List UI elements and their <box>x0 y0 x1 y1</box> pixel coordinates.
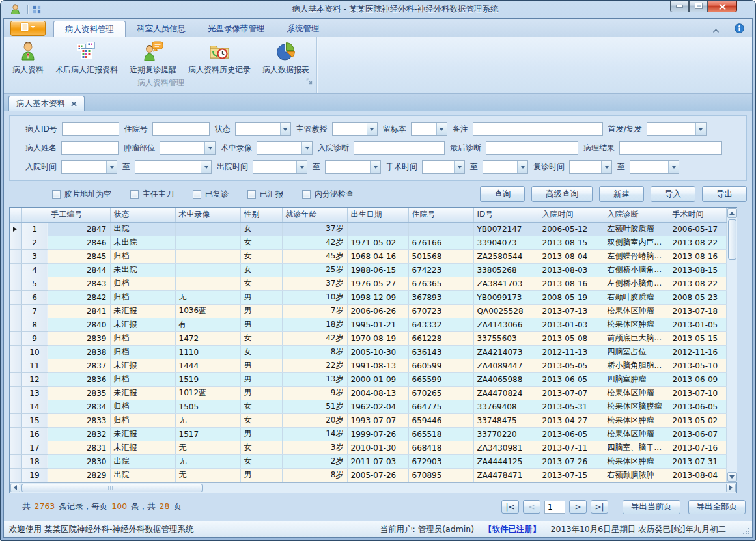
cell[interactable]: 2008-05-19 <box>539 290 604 304</box>
cell[interactable]: 2013-01-03 <box>539 318 604 331</box>
cell[interactable]: 2013-07-10 <box>669 386 726 400</box>
cell[interactable]: 2013-08-22 <box>669 277 726 290</box>
table-row[interactable]: 92839归档1472女42岁1970-08-19661228337556032… <box>10 331 726 345</box>
cell[interactable]: 1993-07-07 <box>347 413 408 427</box>
cell[interactable]: 661228 <box>408 331 473 345</box>
cell[interactable]: 1970-08-19 <box>347 331 408 345</box>
ribbon-button-postop-report[interactable]: 术后病人汇报资料 <box>49 37 124 76</box>
cell[interactable]: 2832 <box>48 427 110 441</box>
cell[interactable]: 37岁 <box>282 222 347 236</box>
cell[interactable]: 8岁 <box>282 345 347 359</box>
cell[interactable]: 14岁 <box>282 427 347 441</box>
cell[interactable]: 2013-06-05 <box>539 427 604 441</box>
cell[interactable]: 2844 <box>48 263 110 277</box>
cell[interactable]: 1472 <box>175 331 240 345</box>
cell[interactable] <box>175 249 240 263</box>
cell[interactable]: 女 <box>240 331 282 345</box>
cell[interactable]: 2837 <box>48 359 110 372</box>
cell[interactable]: 2008-05-23 <box>669 290 726 304</box>
cell[interactable]: ZA4478471 <box>473 468 539 482</box>
cell[interactable]: 女 <box>240 454 282 468</box>
field-revisit-from[interactable] <box>569 160 612 174</box>
cell[interactable]: 2004-08-13 <box>347 386 408 400</box>
cell[interactable]: 未汇报 <box>110 318 175 331</box>
export-current-page-button[interactable]: 导出当前页 <box>623 500 680 514</box>
cell[interactable]: 2013-08-15 <box>669 263 726 277</box>
ribbon-button-history-record[interactable]: 病人资料历史记录 <box>182 37 257 76</box>
cell[interactable]: 2830 <box>48 454 110 468</box>
cell[interactable]: 女 <box>240 236 282 249</box>
cell[interactable] <box>175 222 240 236</box>
cell[interactable]: ZA4444125 <box>473 454 539 468</box>
dialog-launcher-icon[interactable] <box>306 78 313 85</box>
field-tumor-site[interactable] <box>160 141 216 155</box>
table-row[interactable]: 132835未汇报1012蓝男9岁2004-08-13670265ZA44708… <box>10 386 726 400</box>
horizontal-scroll-thumb[interactable] <box>21 484 203 492</box>
field-admit-to[interactable] <box>135 160 212 174</box>
cell[interactable]: 四脑室、脑干... <box>604 441 669 454</box>
cell[interactable]: 2831 <box>48 441 110 454</box>
dropdown-arrow-icon[interactable] <box>106 161 117 173</box>
checkbox-chief-surgeon[interactable]: 主任主刀 <box>130 189 174 200</box>
cell[interactable]: 2835 <box>48 386 110 400</box>
cell[interactable]: 松果体区肿瘤 <box>604 386 669 400</box>
cell[interactable]: 2013-04-27 <box>539 413 604 427</box>
dropdown-arrow-icon[interactable] <box>201 161 211 173</box>
column-header[interactable]: 入院诊断 <box>604 208 669 222</box>
field-surgery-from[interactable] <box>422 160 465 174</box>
info-icon[interactable] <box>735 23 744 36</box>
cell[interactable]: 10岁 <box>282 290 347 304</box>
cell[interactable]: ZA3841703 <box>473 277 539 290</box>
cell[interactable]: 2841 <box>48 304 110 318</box>
column-header[interactable]: 就诊年龄 <box>282 208 347 222</box>
table-row[interactable]: 82840未汇报有男18岁1995-01-21643332ZA414306620… <box>10 318 726 331</box>
cell[interactable]: 13岁 <box>282 372 347 386</box>
cell[interactable]: 未出院 <box>110 236 175 249</box>
cell[interactable]: 2013-05-02 <box>669 413 726 427</box>
cell[interactable]: QA0025528 <box>473 304 539 318</box>
table-row[interactable]: 182830出院无女2岁2011-07-03672903ZA4444125201… <box>10 454 726 468</box>
cell[interactable]: 2013-06-09 <box>669 372 726 386</box>
cell[interactable]: 女 <box>240 400 282 413</box>
cell[interactable]: ZA4143066 <box>473 318 539 331</box>
field-intraop-video[interactable] <box>257 141 313 155</box>
table-row[interactable]: 112837未汇报1444男22岁1991-08-13660599ZA40894… <box>10 359 726 372</box>
cell[interactable]: 男 <box>240 372 282 386</box>
cell[interactable]: 2013-07-11 <box>539 441 604 454</box>
cell[interactable]: 1995-01-21 <box>347 318 408 331</box>
cell[interactable]: 1036蓝 <box>175 304 240 318</box>
cell[interactable]: 2013-08-22 <box>669 236 726 249</box>
cell[interactable]: 2013-07-13 <box>539 304 604 318</box>
cell[interactable]: 男 <box>240 290 282 304</box>
field-admit-from[interactable] <box>61 160 117 174</box>
cell[interactable]: 2013-05-15 <box>669 331 726 345</box>
cell[interactable] <box>175 263 240 277</box>
cell[interactable]: 37岁 <box>282 277 347 290</box>
cell[interactable]: 未汇报 <box>110 441 175 454</box>
cell[interactable]: 2846 <box>48 236 110 249</box>
export-all-pages-button[interactable]: 导出全部页 <box>688 500 746 514</box>
cell[interactable]: 无 <box>175 454 240 468</box>
column-header[interactable]: 出生日期 <box>347 208 408 222</box>
table-row[interactable]: 152833归档无女20岁1993-07-0765944633748475201… <box>10 413 726 427</box>
cell[interactable]: 2829 <box>48 468 110 482</box>
cell[interactable]: 2013-07-15 <box>539 468 604 482</box>
cell[interactable]: 女 <box>240 263 282 277</box>
cell[interactable]: 670895 <box>408 468 473 482</box>
cell[interactable]: 女 <box>240 249 282 263</box>
field-patient-name[interactable] <box>61 141 119 155</box>
cell[interactable]: 2013-07-07 <box>539 386 604 400</box>
cell[interactable]: 2012-11-13 <box>539 345 604 359</box>
cell[interactable]: 3岁 <box>282 441 347 454</box>
tab-patient-basic-info[interactable]: 病人基本资料 <box>8 96 85 111</box>
cell[interactable]: 42岁 <box>282 236 347 249</box>
table-row[interactable]: 22846未出院女42岁1971-05-02676166339040732013… <box>10 236 726 249</box>
ribbon-tab[interactable]: 科室人员信息 <box>126 21 197 37</box>
cell[interactable]: YB0099173 <box>473 290 539 304</box>
cell[interactable]: 1971-05-02 <box>347 236 408 249</box>
checkbox-revisited[interactable]: 已复诊 <box>193 189 229 200</box>
first-page-button[interactable]: |< <box>501 500 519 514</box>
cell[interactable]: 前颅底巨大脑... <box>604 331 669 345</box>
cell[interactable]: 665599 <box>408 372 473 386</box>
field-first-recurrence[interactable] <box>647 122 707 136</box>
